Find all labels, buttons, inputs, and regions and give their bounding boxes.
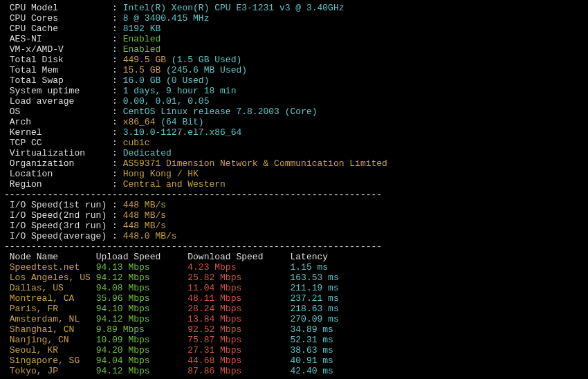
table-row: Dallas, US 94.08 Mbps 11.04 Mbps 211.19 … — [4, 283, 584, 293]
table-row: Paris, FR 94.10 Mbps 28.24 Mbps 218.63 m… — [4, 304, 584, 314]
label-cpu-cache: CPU Cache — [4, 24, 112, 34]
cell-latency: 40.91 ms — [290, 355, 349, 366]
label-io2: I/O Speed(2nd run) — [4, 210, 112, 221]
table-row: Tokyo, JP 94.12 Mbps 87.86 Mbps 42.40 ms — [4, 366, 584, 376]
cell-upload: 94.12 Mbps — [96, 366, 188, 376]
cell-download: 11.04 Mbps — [187, 283, 290, 293]
cell-upload: 94.20 Mbps — [96, 345, 188, 355]
table-row: Shanghai, CN 9.89 Mbps 92.52 Mbps 34.89 … — [4, 324, 584, 335]
label-vmx: VM-x/AMD-V — [4, 44, 112, 55]
value-disk: 449.5 GB — [123, 55, 172, 65]
cell-node: Seoul, KR — [4, 345, 96, 355]
label-total-disk: Total Disk — [4, 55, 112, 65]
label-uptime: System uptime — [4, 86, 112, 96]
separator: : — [112, 96, 123, 107]
divider: ----------------------------------------… — [4, 241, 584, 252]
table-row: Nanjing, CN 10.09 Mbps 75.87 Mbps 52.31 … — [4, 335, 584, 345]
label-total-swap: Total Swap — [4, 75, 112, 86]
value-aesni: Enabled — [123, 34, 161, 44]
table-row: Singapore, SG 94.04 Mbps 44.68 Mbps 40.9… — [4, 355, 584, 366]
table-row: Montreal, CA 35.96 Mbps 48.11 Mbps 237.2… — [4, 293, 584, 304]
label-load: Load average — [4, 96, 112, 107]
cell-node: Nanjing, CN — [4, 335, 96, 345]
separator: : — [112, 24, 123, 34]
table-row: Seoul, KR 94.20 Mbps 27.31 Mbps 38.63 ms — [4, 345, 584, 355]
separator: : — [112, 3, 123, 13]
cell-latency: 163.53 ms — [290, 272, 349, 283]
value-cpu-cores: 8 @ 3400.415 MHz — [123, 13, 210, 24]
separator: : — [112, 200, 123, 210]
separator: : — [112, 107, 123, 117]
separator: : — [112, 169, 123, 179]
value-virt: Dedicated — [123, 148, 172, 158]
cell-upload: 94.12 Mbps — [96, 272, 188, 283]
separator: : — [112, 86, 123, 96]
table-row: Speedtest.net 94.13 Mbps 4.23 Mbps 1.15 … — [4, 262, 584, 272]
cell-download: 44.68 Mbps — [187, 355, 290, 366]
label-region: Region — [4, 179, 112, 190]
cell-latency: 211.19 ms — [290, 283, 349, 293]
cell-upload: 94.04 Mbps — [96, 355, 188, 366]
label-cpu-cores: CPU Cores — [4, 13, 112, 24]
separator: : — [112, 13, 123, 24]
label-total-mem: Total Mem — [4, 65, 112, 75]
separator: : — [112, 231, 123, 241]
cell-download: 27.31 Mbps — [187, 345, 290, 355]
cell-upload: 94.10 Mbps — [96, 304, 188, 314]
label-tcpcc: TCP CC — [4, 138, 112, 148]
label-org: Organization — [4, 158, 112, 169]
value-ioavg: 448.0 MB/s — [123, 231, 177, 241]
value-io1: 448 MB/s — [123, 200, 166, 210]
separator: : — [112, 221, 123, 231]
cell-download: 25.82 Mbps — [187, 272, 290, 283]
cell-latency: 1.15 ms — [290, 262, 349, 272]
label-cpu-model: CPU Model — [4, 3, 112, 13]
cell-upload: 94.13 Mbps — [96, 262, 188, 272]
cell-node: Dallas, US — [4, 283, 96, 293]
value-location: Hong Kong / HK — [123, 169, 199, 179]
separator: : — [112, 127, 123, 138]
cell-download: 28.24 Mbps — [187, 304, 290, 314]
cell-node: Tokyo, JP — [4, 366, 96, 376]
cell-upload: 9.89 Mbps — [96, 324, 188, 335]
cell-upload: 35.96 Mbps — [96, 293, 188, 304]
table-row: Amsterdam, NL 94.12 Mbps 13.84 Mbps 270.… — [4, 314, 584, 324]
value-uptime: 1 days, 9 hour 18 min — [123, 86, 237, 96]
value-kernel: 3.10.0-1127.el7.x86_64 — [123, 127, 242, 138]
separator: : — [112, 117, 123, 127]
separator: : — [112, 158, 123, 169]
cell-download: 87.86 Mbps — [187, 366, 290, 376]
value-org: AS59371 Dimension Network & Communicatio… — [123, 158, 387, 169]
cell-latency: 38.63 ms — [290, 345, 349, 355]
value-mem: 15.5 GB — [123, 65, 166, 75]
cell-latency: 270.09 ms — [290, 314, 349, 324]
separator: : — [112, 34, 123, 44]
cell-download: 4.23 Mbps — [187, 262, 290, 272]
label-ioavg: I/O Speed(average) — [4, 231, 112, 241]
value-io2: 448 MB/s — [123, 210, 166, 221]
separator: : — [112, 138, 123, 148]
value-arch-bits: (64 Bit) — [160, 117, 203, 127]
cell-node: Speedtest.net — [4, 262, 96, 272]
label-kernel: Kernel — [4, 127, 112, 138]
cell-upload: 94.12 Mbps — [96, 314, 188, 324]
value-tcpcc: cubic — [123, 138, 150, 148]
speedtest-header: Node Name Upload Speed Download Speed La… — [4, 252, 584, 262]
cell-latency: 34.89 ms — [290, 324, 349, 335]
col-latency: Latency — [290, 252, 349, 262]
value-swap-used: (0 Used) — [166, 75, 209, 86]
value-swap: 16.0 GB — [123, 75, 166, 86]
cell-upload: 94.08 Mbps — [96, 283, 188, 293]
value-cpu-cache: 8192 KB — [123, 24, 161, 34]
cell-latency: 42.40 ms — [290, 366, 349, 376]
separator: : — [112, 210, 123, 221]
value-load: 0.00, 0.01, 0.05 — [123, 96, 210, 107]
value-io3: 448 MB/s — [123, 221, 166, 231]
value-cpu-model: Intel(R) Xeon(R) CPU E3-1231 v3 @ 3.40GH… — [123, 3, 344, 13]
cell-download: 48.11 Mbps — [187, 293, 290, 304]
separator: : — [112, 55, 123, 65]
cell-latency: 237.21 ms — [290, 293, 349, 304]
value-mem-used: (245.6 MB Used) — [166, 65, 247, 75]
label-io1: I/O Speed(1st run) — [4, 200, 112, 210]
value-os: CentOS Linux release 7.8.2003 (Core) — [123, 107, 318, 117]
